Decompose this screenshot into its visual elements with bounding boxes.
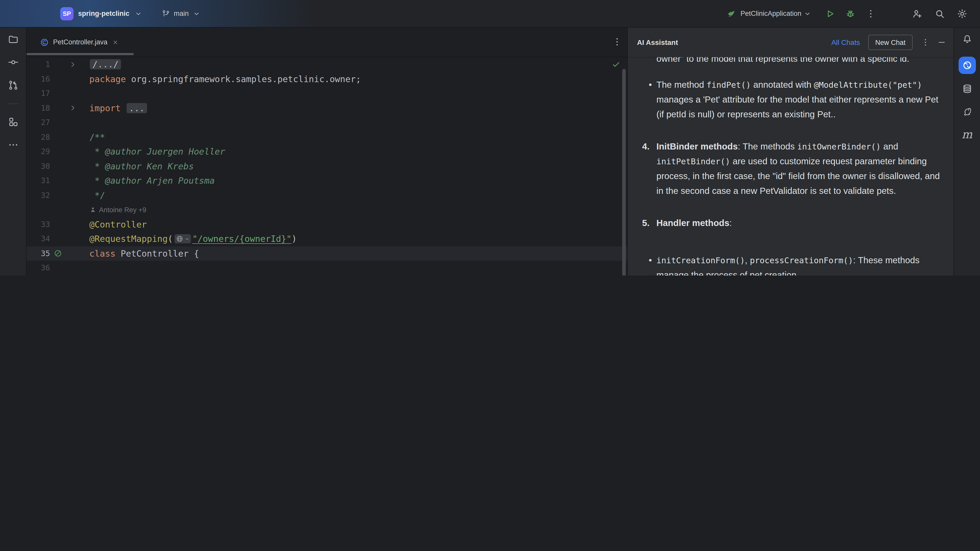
notifications-bell-icon[interactable] xyxy=(961,34,973,45)
code-line[interactable]: 35class PetController { xyxy=(27,246,627,261)
line-number: 1 xyxy=(27,60,51,69)
git-branch-icon xyxy=(161,9,170,18)
ide-window: SP spring-petclinic main PetClinicApplic… xyxy=(0,0,980,275)
settings-gear-icon[interactable] xyxy=(956,8,968,19)
java-class-icon xyxy=(40,38,49,47)
list-number: 4. xyxy=(642,139,649,154)
url-mapping-widget[interactable] xyxy=(175,234,191,244)
search-icon[interactable] xyxy=(934,8,945,19)
line-number: 36 xyxy=(27,264,51,273)
stripe-divider xyxy=(8,103,18,104)
code-line[interactable]: 18import ... xyxy=(27,101,627,115)
inspections-ok-icon[interactable] xyxy=(611,60,620,69)
branch-widget[interactable]: main xyxy=(161,9,200,18)
run-configuration[interactable]: PetClinicApplication xyxy=(740,10,801,17)
code-line[interactable]: 17 xyxy=(27,86,627,101)
line-number: 33 xyxy=(27,220,51,229)
spring-boot-icon xyxy=(726,8,736,19)
chat-message-block: owner" to the model that represents the … xyxy=(638,57,943,66)
code-line[interactable]: 31 * @author Arjen Poutsma xyxy=(27,173,627,188)
code-line[interactable]: 27 xyxy=(27,115,627,130)
pull-requests-icon[interactable] xyxy=(7,79,19,91)
editor-options-icon[interactable] xyxy=(612,37,622,47)
title-bar: SP spring-petclinic main PetClinicApplic… xyxy=(0,0,980,27)
code-editor[interactable]: 1/.../16package org.springframework.samp… xyxy=(27,57,627,275)
chevron-down-icon xyxy=(192,10,200,17)
line-number: 34 xyxy=(27,234,51,244)
globe-icon xyxy=(176,235,184,243)
chevron-down-icon xyxy=(184,236,190,242)
more-vertical-icon[interactable] xyxy=(865,8,876,19)
list-number: 5. xyxy=(642,216,649,230)
code-line[interactable]: 1/.../ xyxy=(27,57,627,72)
panel-title: AI Assistant xyxy=(637,38,678,46)
chat-transcript[interactable]: owner" to the model that represents the … xyxy=(628,57,953,275)
maven-icon[interactable]: m xyxy=(962,129,972,140)
hide-panel-icon[interactable] xyxy=(937,38,946,47)
editor-tab-bar: PetController.java xyxy=(27,27,627,57)
gradle-icon[interactable] xyxy=(961,106,973,118)
code-line[interactable]: 30 * @author Ken Krebs xyxy=(27,159,627,173)
code-line[interactable]: 33@Controller xyxy=(27,217,627,232)
tab-petcontroller[interactable]: PetController.java xyxy=(27,27,126,57)
line-number: 29 xyxy=(27,147,51,156)
ai-assistant-panel: AI Assistant All Chats New Chat owner" t… xyxy=(627,27,953,275)
line-number: 32 xyxy=(27,191,51,200)
debug-icon[interactable] xyxy=(845,8,856,19)
database-icon[interactable] xyxy=(961,83,973,94)
ai-assistant-icon xyxy=(962,60,972,70)
tab-title: PetController.java xyxy=(53,38,107,46)
run-icon[interactable] xyxy=(825,8,835,19)
branch-name: main xyxy=(174,10,189,17)
line-number: 31 xyxy=(27,176,51,186)
chat-message-block: 5.Handler methods: xyxy=(638,216,943,230)
structure-icon[interactable] xyxy=(7,116,19,127)
more-vertical-icon[interactable] xyxy=(921,38,930,47)
code-line[interactable]: 32 */ xyxy=(27,188,627,203)
line-number: 28 xyxy=(27,133,51,142)
fold-chevron-icon[interactable] xyxy=(68,60,77,69)
ai-assistant-header: AI Assistant All Chats New Chat xyxy=(628,27,953,57)
code-line[interactable]: 36 xyxy=(27,261,627,275)
chat-message-block: initCreationForm(), processCreationForm(… xyxy=(638,253,943,275)
line-number: 35 xyxy=(27,249,51,258)
project-folder-icon[interactable] xyxy=(7,34,19,45)
all-chats-link[interactable]: All Chats xyxy=(831,38,860,46)
line-number: 18 xyxy=(27,103,51,113)
chevron-down-icon[interactable] xyxy=(803,10,811,17)
line-number: 17 xyxy=(27,89,51,98)
project-name[interactable]: spring-petclinic xyxy=(78,10,129,17)
author-icon xyxy=(89,206,97,213)
close-icon[interactable] xyxy=(111,38,119,46)
left-tool-stripe xyxy=(0,27,27,275)
editor-area: PetController.java 1/.../16package org.s… xyxy=(27,27,627,275)
ai-assistant-tool-button[interactable] xyxy=(958,57,976,74)
project-avatar[interactable]: SP xyxy=(60,7,73,20)
new-chat-button[interactable]: New Chat xyxy=(868,35,913,50)
commit-icon[interactable] xyxy=(7,57,19,68)
more-tools-icon[interactable] xyxy=(7,139,19,151)
chat-message-block: The method findPet() annotated with @Mod… xyxy=(638,78,943,122)
code-line[interactable]: 16package org.springframework.samples.pe… xyxy=(27,72,627,86)
code-line[interactable]: 34@RequestMapping("/owners/{ownerId}") xyxy=(27,232,627,246)
right-tool-stripe: m xyxy=(953,27,980,275)
chat-message-block: 4.InitBinder methods: The methods initOw… xyxy=(638,139,943,198)
fold-chevron-icon[interactable] xyxy=(68,104,77,113)
code-line[interactable]: 28/** xyxy=(27,130,627,144)
line-number: 27 xyxy=(27,118,51,127)
add-user-icon[interactable] xyxy=(912,8,923,19)
line-number: 16 xyxy=(27,75,51,84)
chevron-down-icon[interactable] xyxy=(134,10,142,17)
spring-bean-icon[interactable] xyxy=(54,249,62,258)
editor-scrollbar[interactable] xyxy=(622,69,626,275)
code-line[interactable]: 29 * @author Juergen Hoeller xyxy=(27,144,627,159)
tab-scrollbar[interactable] xyxy=(27,53,134,55)
inlay-hint-row[interactable]: Antoine Rey +9 xyxy=(27,203,627,217)
inlay-hint[interactable]: Antoine Rey +9 xyxy=(89,206,146,214)
line-number: 30 xyxy=(27,162,51,171)
